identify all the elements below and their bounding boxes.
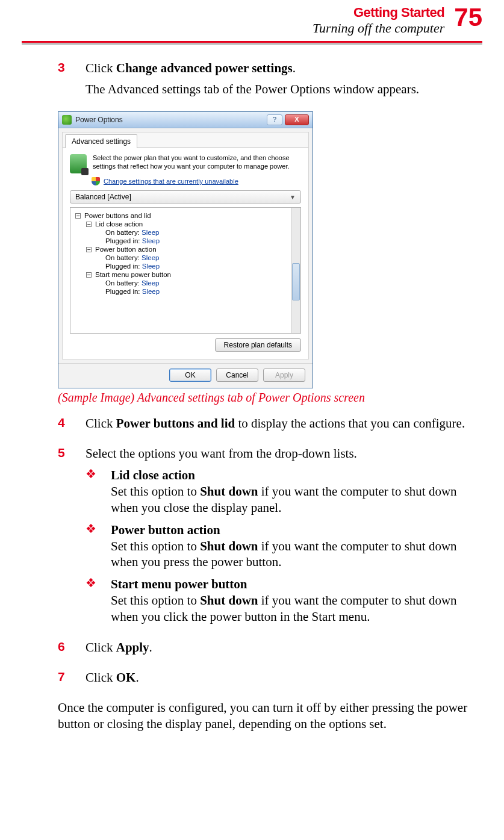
- cancel-button[interactable]: Cancel: [216, 369, 258, 382]
- step-3-followup: The Advanced settings tab of the Power O…: [86, 81, 482, 98]
- plan-select-value: Balanced [Active]: [75, 193, 131, 201]
- bullet-title: Power button action: [111, 523, 220, 537]
- page-header: Getting Started Turning off the computer…: [22, 0, 482, 40]
- apply-button[interactable]: Apply: [263, 369, 305, 382]
- tree-item[interactable]: On battery: Sleep: [105, 228, 288, 237]
- step-4: 4 Click Power buttons and lid to display…: [58, 415, 482, 437]
- step-5: 5 Select the options you want from the d…: [58, 446, 482, 631]
- section-title: Turning off the computer: [313, 20, 444, 36]
- close-button[interactable]: X: [285, 114, 309, 125]
- step-number: 5: [58, 446, 67, 631]
- step-7: 7 Click OK.: [58, 670, 482, 691]
- bullet-marker-icon: ❖: [86, 467, 98, 516]
- shield-icon: [92, 177, 100, 185]
- settings-tree[interactable]: −Power buttons and lid −Lid close action…: [70, 207, 301, 334]
- step-number: 4: [58, 415, 67, 437]
- bullet-title: Lid close action: [111, 468, 195, 482]
- bullet-title: Start menu power button: [111, 577, 247, 591]
- tree-item[interactable]: Plugged in: Sleep: [105, 237, 288, 245]
- tree-item[interactable]: Plugged in: Sleep: [105, 287, 288, 296]
- change-settings-link[interactable]: Change settings that are currently unava…: [104, 178, 238, 185]
- dialog-intro-text: Select the power plan that you want to c…: [93, 154, 301, 173]
- bullet-power-button: ❖ Power button action Set this option to…: [86, 522, 482, 571]
- tree-item[interactable]: Plugged in: Sleep: [105, 262, 288, 270]
- power-options-dialog: Power Options ? X Advanced settings Sele…: [58, 111, 482, 388]
- tree-group[interactable]: −Power button action: [86, 245, 288, 254]
- tab-advanced-settings[interactable]: Advanced settings: [65, 134, 137, 148]
- step-number: 6: [58, 639, 67, 661]
- dialog-titlebar[interactable]: Power Options ? X: [58, 112, 313, 128]
- step-4-instruction: Click Power buttons and lid to display t…: [86, 415, 482, 432]
- battery-icon: [70, 154, 87, 173]
- header-divider-gray: [22, 43, 482, 45]
- chevron-down-icon: ▼: [290, 194, 296, 201]
- step-5-instruction: Select the options you want from the dro…: [86, 446, 482, 462]
- page-number: 75: [454, 5, 482, 30]
- dialog-title: Power Options: [75, 116, 263, 124]
- power-options-icon: [62, 115, 72, 125]
- tree-group[interactable]: −Lid close action: [86, 220, 288, 228]
- step-3-instruction: Click Change advanced power settings.: [86, 60, 482, 76]
- restore-defaults-button[interactable]: Restore plan defaults: [215, 338, 301, 352]
- bullet-marker-icon: ❖: [86, 522, 98, 571]
- step-3: 3 Click Change advanced power settings. …: [58, 60, 482, 104]
- step-7-instruction: Click OK.: [86, 670, 482, 686]
- bullet-lid-close: ❖ Lid close action Set this option to Sh…: [86, 467, 482, 516]
- step-number: 3: [58, 60, 67, 104]
- step-6-instruction: Click Apply.: [86, 639, 482, 656]
- help-button[interactable]: ?: [267, 114, 282, 125]
- plan-select[interactable]: Balanced [Active] ▼: [70, 190, 301, 204]
- image-caption: (Sample Image) Advanced settings tab of …: [58, 391, 482, 405]
- closing-paragraph: Once the computer is configured, you can…: [58, 700, 482, 732]
- chapter-title: Getting Started: [313, 5, 444, 20]
- tree-group[interactable]: −Start menu power button: [86, 270, 288, 279]
- scrollbar-thumb[interactable]: [292, 263, 300, 300]
- step-number: 7: [58, 670, 67, 691]
- bullet-start-menu: ❖ Start menu power button Set this optio…: [86, 576, 482, 625]
- bullet-marker-icon: ❖: [86, 576, 98, 625]
- step-6: 6 Click Apply.: [58, 639, 482, 661]
- tree-root[interactable]: −Power buttons and lid: [75, 211, 288, 220]
- ok-button[interactable]: OK: [169, 369, 211, 382]
- tree-item[interactable]: On battery: Sleep: [105, 254, 288, 262]
- tree-item[interactable]: On battery: Sleep: [105, 279, 288, 287]
- header-divider-red: [22, 41, 482, 43]
